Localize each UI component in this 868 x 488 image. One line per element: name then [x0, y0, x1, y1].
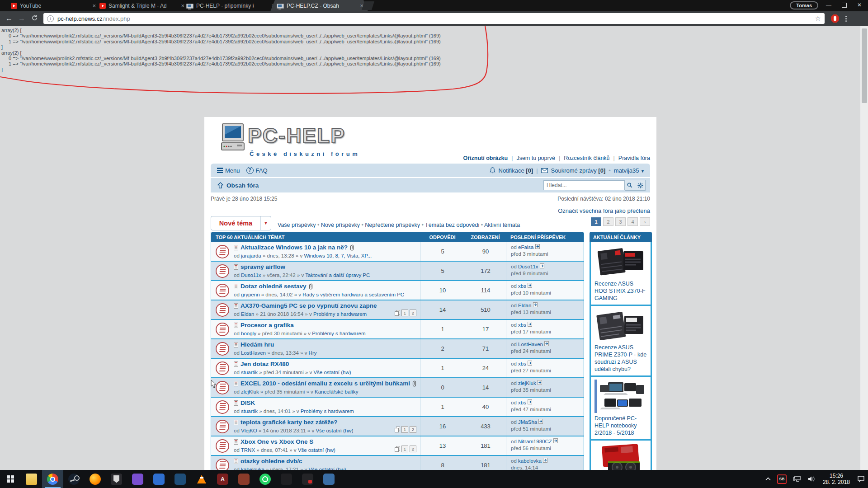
- topic-page-badge[interactable]: 1: [401, 310, 408, 316]
- page-info-icon[interactable]: i: [47, 15, 54, 22]
- article-title-link[interactable]: Recenze ASUS PRIME Z370-P - kde soudruzi…: [591, 344, 651, 373]
- search-settings-button[interactable]: [635, 180, 646, 191]
- article-title-link[interactable]: Recenze ASUS ROG STRIX Z370-F GAMING: [591, 280, 651, 302]
- topic-author-link[interactable]: stuartik: [241, 370, 258, 375]
- topic-forum-link[interactable]: Vše ostatní (hw): [298, 447, 335, 453]
- last-post-author-link[interactable]: xbs: [518, 283, 526, 289]
- last-post-author-link[interactable]: Nitram1980CZ: [518, 439, 552, 444]
- goto-last-post-icon[interactable]: [538, 419, 543, 424]
- topic-page-badge[interactable]: 2: [410, 446, 416, 452]
- last-post-author-link[interactable]: kabelovka: [518, 458, 542, 464]
- last-post-author-link[interactable]: zlejKluk: [518, 380, 536, 386]
- goto-last-post-icon[interactable]: [535, 244, 540, 249]
- last-post-author-link[interactable]: LostHaven: [518, 342, 543, 347]
- new-topic-button[interactable]: Nové téma ▼: [211, 216, 271, 230]
- start-button[interactable]: [0, 470, 21, 488]
- search-button[interactable]: [625, 180, 635, 191]
- goto-last-post-icon[interactable]: [544, 341, 549, 346]
- goto-last-post-icon[interactable]: [533, 302, 538, 307]
- menu-button[interactable]: Menu: [217, 167, 240, 174]
- pagination-page[interactable]: 2: [603, 217, 613, 226]
- taskbar-app-app-darkblue[interactable]: [170, 470, 191, 488]
- goto-last-post-icon[interactable]: [540, 263, 544, 268]
- browser-tab[interactable]: PC-HELP - připomínky k ×: [180, 0, 279, 11]
- pagination-page[interactable]: 1: [591, 217, 601, 226]
- topic-title-link[interactable]: EXCEL 2010 - odeslání emailu z excelu s …: [241, 380, 410, 387]
- last-post-author-link[interactable]: xbs: [518, 361, 526, 366]
- topic-title-link[interactable]: Hledám hru: [241, 341, 274, 348]
- topic-author-link[interactable]: zlejKluk: [241, 389, 259, 394]
- faq-link[interactable]: ? FAQ: [246, 167, 268, 174]
- topic-author-link[interactable]: LostHaven: [241, 350, 266, 356]
- topic-title-link[interactable]: Jen dotaz RX480: [241, 361, 289, 368]
- header-link[interactable]: Jsem tu poprvé: [516, 155, 555, 161]
- taskbar-app-chrome[interactable]: [42, 470, 63, 488]
- topic-forum-link[interactable]: Rady s výběrem hardwaru a sestavením PC: [302, 292, 404, 297]
- browser-tab[interactable]: PC-HELP.CZ - Obsah ×: [270, 0, 368, 11]
- topic-author-link[interactable]: Eldan: [241, 311, 254, 317]
- topic-forum-link[interactable]: Problémy s hardwarem: [312, 331, 365, 336]
- topic-page-badge[interactable]: 2: [410, 426, 416, 433]
- topic-forum-link[interactable]: Kancelářské balíky: [315, 389, 359, 394]
- taskbar-app-epic-games[interactable]: [106, 470, 127, 488]
- tray-app-icon[interactable]: SB: [774, 470, 790, 488]
- taskbar-app-steam[interactable]: [63, 470, 85, 488]
- last-post-author-link[interactable]: Eldan: [518, 303, 531, 308]
- taskbar-app-app-black-red[interactable]: [297, 470, 318, 488]
- article-title-link[interactable]: Doporučené PC-HELP notebooky 2/2018 - 5/…: [591, 415, 651, 436]
- topic-forum-link[interactable]: Problémy s hardwarem: [313, 311, 367, 317]
- topic-forum-link[interactable]: Windows 10, 8, 7, Vista, XP...: [304, 253, 372, 258]
- topic-title-link[interactable]: Aktualizace Windows 10 a jak na ně?: [241, 244, 348, 251]
- goto-last-post-icon[interactable]: [538, 380, 542, 385]
- goto-last-post-icon[interactable]: [528, 322, 532, 327]
- topic-author-link[interactable]: VlejKO: [241, 428, 257, 433]
- window-maximize-button[interactable]: [836, 0, 852, 10]
- taskbar-app-app-purple[interactable]: [127, 470, 148, 488]
- search-input[interactable]: [543, 180, 625, 190]
- taskbar-app-app-dark[interactable]: [276, 470, 297, 488]
- topic-author-link[interactable]: Duso11x: [241, 272, 261, 278]
- reload-icon[interactable]: [28, 14, 41, 23]
- pagination-page[interactable]: 4: [627, 217, 638, 226]
- last-post-author-link[interactable]: eFalsa: [518, 244, 534, 250]
- pagination-page[interactable]: 3: [615, 217, 626, 226]
- last-post-author-link[interactable]: xbs: [518, 400, 526, 405]
- browser-profile-button[interactable]: Tomas: [790, 1, 818, 9]
- scrollbar-thumb[interactable]: [862, 28, 867, 103]
- last-post-author-link[interactable]: Duso11x: [518, 264, 538, 269]
- window-close-button[interactable]: ✕: [852, 0, 867, 10]
- quick-link[interactable]: Aktivní témata: [484, 222, 520, 228]
- mark-forums-read-link[interactable]: Označit všechna fóra jako přečtená: [558, 207, 650, 214]
- topic-title-link[interactable]: AX370-Gaming5 PC se po vypnutí znovu zap…: [241, 302, 377, 310]
- page-scrollbar[interactable]: [860, 26, 868, 470]
- topic-forum-link[interactable]: Vše ostatní (hw): [316, 428, 353, 433]
- goto-last-post-icon[interactable]: [528, 283, 532, 288]
- topic-author-link[interactable]: stuartik: [241, 408, 258, 414]
- topic-title-link[interactable]: Dotaz ohledně sestavy: [241, 283, 307, 290]
- tray-expand-chevron[interactable]: [762, 470, 774, 488]
- goto-last-post-icon[interactable]: [528, 399, 532, 404]
- adblock-extension-icon[interactable]: [831, 14, 839, 23]
- quick-link[interactable]: Nepřečtené příspěvky: [365, 222, 420, 228]
- article-thumbnail-prime-motherboard[interactable]: [594, 309, 647, 342]
- topic-author-link[interactable]: jarajarda: [241, 253, 261, 258]
- header-link[interactable]: Rozcestník článků: [564, 155, 609, 161]
- browser-tab[interactable]: Samlight & Triple M - Ad ×: [93, 0, 189, 11]
- taskbar-app-app-darkred[interactable]: A: [212, 470, 233, 488]
- last-post-author-link[interactable]: xbs: [518, 322, 526, 328]
- taskbar-app-vlc[interactable]: [191, 470, 212, 488]
- topic-title-link[interactable]: DISK: [241, 399, 255, 407]
- pagination-next[interactable]: ›: [640, 217, 650, 226]
- taskbar-clock[interactable]: 15:26 28. 2. 2018: [819, 473, 854, 485]
- topic-page-badge[interactable]: 1: [401, 426, 408, 433]
- topic-page-badge[interactable]: 1: [401, 446, 408, 452]
- browser-menu-icon[interactable]: [845, 16, 847, 22]
- topic-title-link[interactable]: otazky ohledne dvb/c: [241, 458, 302, 465]
- quick-link[interactable]: Vaše příspěvky: [278, 222, 316, 228]
- topic-forum-link[interactable]: Taktování a další úpravy PC: [305, 272, 370, 278]
- goto-last-post-icon[interactable]: [553, 438, 558, 443]
- topic-title-link[interactable]: spravný airflow: [241, 263, 285, 271]
- breadcrumb-board-index[interactable]: Obsah fóra: [226, 182, 259, 189]
- pchelp-logo-text[interactable]: PC-HELP: [248, 123, 345, 148]
- topic-title-link[interactable]: Procesor a grafika: [241, 322, 294, 329]
